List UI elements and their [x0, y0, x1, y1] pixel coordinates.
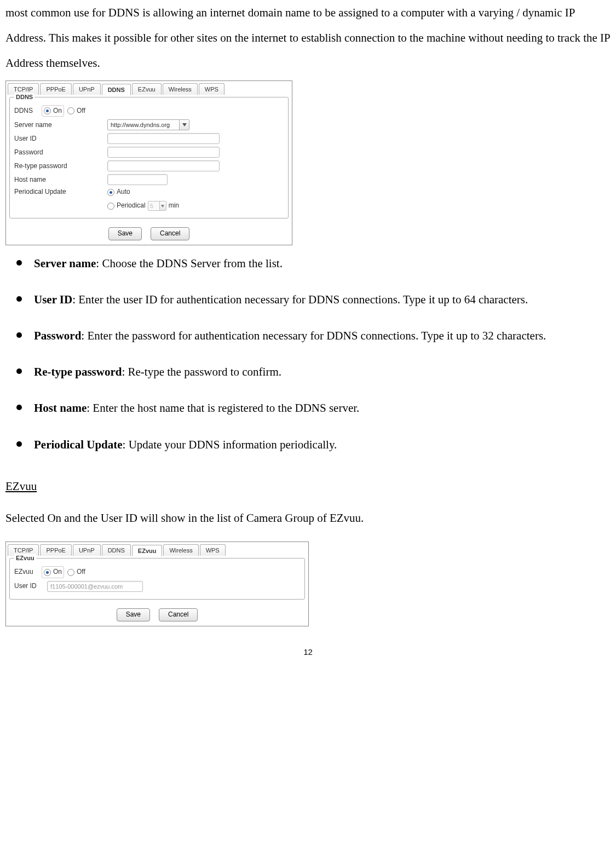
ddns-button-row: Save Cancel — [6, 224, 292, 245]
ezvuu-off-label: Off — [77, 568, 85, 577]
periodical-radio[interactable] — [107, 203, 114, 210]
user-id-input[interactable] — [107, 133, 220, 144]
tab-pppoe[interactable]: PPPoE — [40, 83, 71, 95]
tab-ezvuu[interactable]: EZvuu — [132, 545, 163, 556]
bullet-term: Password — [34, 329, 81, 342]
ezvuu-tabs: TCP/IP PPPoE UPnP DDNS EZvuu Wireless WP… — [6, 542, 308, 556]
host-name-input[interactable] — [107, 174, 168, 185]
list-item: Host name: Enter the host name that is r… — [12, 395, 611, 421]
retype-password-input[interactable] — [107, 160, 220, 171]
auto-radio[interactable] — [107, 189, 114, 196]
periodical-update-label: Periodical Update — [14, 188, 107, 197]
list-item: Server name: Choose the DDNS Server from… — [12, 251, 611, 276]
bullet-term: Server name — [34, 257, 96, 270]
ddns-fieldset: DDNS DDNS On Off Server name http://www.… — [9, 97, 289, 218]
ezvuu-on-radio[interactable] — [44, 569, 51, 576]
bullet-term: Re-type password — [34, 365, 122, 378]
list-item: User ID: Enter the user ID for authentic… — [12, 287, 611, 312]
tab-pppoe[interactable]: PPPoE — [40, 544, 71, 556]
bullet-text: : Enter the user ID for authentication n… — [72, 293, 528, 306]
tab-wireless[interactable]: Wireless — [163, 83, 198, 95]
ddns-on-label: On — [53, 107, 62, 116]
bullet-term: Host name — [34, 401, 87, 414]
bullet-term: User ID — [34, 293, 72, 306]
bullet-text: : Enter the password for authentication … — [81, 329, 546, 342]
tab-wps[interactable]: WPS — [200, 544, 226, 556]
ezvuu-section-description: Selected On and the User ID will show in… — [5, 505, 611, 531]
ddns-screenshot: TCP/IP PPPoE UPnP DDNS EZvuu Wireless WP… — [5, 80, 292, 245]
password-input[interactable] — [107, 147, 220, 158]
ezvuu-userid-label: User ID — [14, 582, 47, 591]
tab-wps[interactable]: WPS — [199, 83, 224, 95]
bullet-text: : Enter the host name that is registered… — [87, 401, 359, 414]
server-name-select[interactable]: http://www.dyndns.org — [107, 119, 189, 130]
ezvuu-userid-value: f1105-000001@ezvuu.com — [50, 583, 123, 590]
field-description-list: Server name: Choose the DDNS Server from… — [5, 251, 611, 457]
list-item: Password: Enter the password for authent… — [12, 323, 611, 348]
tab-wireless[interactable]: Wireless — [163, 544, 198, 556]
chevron-down-icon — [159, 201, 166, 210]
ddns-label: DDNS — [14, 107, 42, 116]
auto-label: Auto — [117, 188, 130, 197]
periodical-min-value: 5 — [148, 202, 159, 210]
ddns-legend: DDNS — [14, 93, 34, 101]
tab-upnp[interactable]: UPnP — [73, 83, 101, 95]
list-item: Periodical Update: Update your DDNS info… — [12, 432, 611, 457]
ddns-off-radio[interactable] — [67, 107, 74, 114]
ezvuu-screenshot: TCP/IP PPPoE UPnP DDNS EZvuu Wireless WP… — [5, 542, 309, 626]
bullet-text: : Choose the DDNS Server from the list. — [96, 257, 283, 270]
user-id-label: User ID — [14, 135, 107, 143]
host-name-label: Host name — [14, 176, 107, 185]
server-name-value: http://www.dyndns.org — [108, 121, 179, 129]
retype-password-label: Re-type password — [14, 162, 107, 171]
ddns-on-radio[interactable] — [44, 107, 51, 114]
tab-ezvuu[interactable]: EZvuu — [132, 83, 162, 95]
min-label: min — [169, 201, 179, 210]
save-button[interactable]: Save — [117, 608, 150, 621]
bullet-term: Periodical Update — [34, 438, 123, 451]
bullet-text: : Re-type the password to confirm. — [122, 365, 281, 378]
periodical-min-select[interactable]: 5 — [148, 201, 166, 211]
tab-ddns[interactable]: DDNS — [102, 84, 131, 95]
tab-upnp[interactable]: UPnP — [73, 544, 101, 556]
save-button[interactable]: Save — [108, 227, 142, 240]
cancel-button[interactable]: Cancel — [159, 608, 198, 621]
bullet-text: : Update your DDNS information periodica… — [123, 438, 337, 451]
ezvuu-on-label: On — [53, 568, 62, 577]
ezvuu-fieldset: EZvuu EZvuu On Off User ID f1105-000001@… — [9, 558, 305, 600]
chevron-down-icon — [179, 120, 189, 130]
list-item: Re-type password: Re-type the password t… — [12, 359, 611, 384]
page-number: 12 — [5, 643, 611, 661]
intro-paragraph: most common use for DDNS is allowing an … — [5, 0, 611, 76]
periodical-label: Periodical — [117, 201, 146, 210]
tab-ddns[interactable]: DDNS — [102, 544, 131, 556]
ddns-off-label: Off — [77, 107, 85, 116]
ezvuu-userid-input[interactable]: f1105-000001@ezvuu.com — [47, 581, 143, 592]
ezvuu-legend: EZvuu — [14, 554, 36, 562]
server-name-label: Server name — [14, 121, 107, 130]
ezvuu-section-title: EZvuu — [5, 474, 611, 499]
ddns-tabs: TCP/IP PPPoE UPnP DDNS EZvuu Wireless WP… — [6, 81, 292, 95]
ezvuu-button-row: Save Cancel — [6, 605, 308, 626]
password-label: Password — [14, 148, 107, 157]
cancel-button[interactable]: Cancel — [151, 227, 189, 240]
ezvuu-label: EZvuu — [14, 568, 42, 577]
ezvuu-off-radio[interactable] — [67, 569, 74, 576]
